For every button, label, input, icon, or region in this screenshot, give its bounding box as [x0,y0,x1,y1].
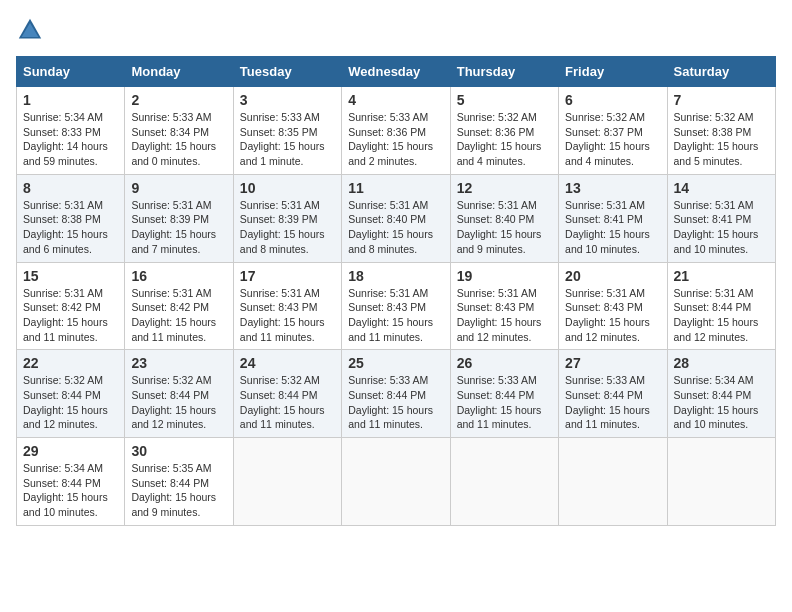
table-row: 7 Sunrise: 5:32 AM Sunset: 8:38 PM Dayli… [667,87,775,175]
table-row: 9 Sunrise: 5:31 AM Sunset: 8:39 PM Dayli… [125,174,233,262]
table-row: 17 Sunrise: 5:31 AM Sunset: 8:43 PM Dayl… [233,262,341,350]
day-info: Sunrise: 5:33 AM Sunset: 8:36 PM Dayligh… [348,110,443,169]
table-row: 3 Sunrise: 5:33 AM Sunset: 8:35 PM Dayli… [233,87,341,175]
day-number: 12 [457,180,552,196]
table-row: 8 Sunrise: 5:31 AM Sunset: 8:38 PM Dayli… [17,174,125,262]
calendar-week-row: 1 Sunrise: 5:34 AM Sunset: 8:33 PM Dayli… [17,87,776,175]
day-number: 8 [23,180,118,196]
header-thursday: Thursday [450,57,558,87]
day-info: Sunrise: 5:31 AM Sunset: 8:44 PM Dayligh… [674,286,769,345]
table-row: 4 Sunrise: 5:33 AM Sunset: 8:36 PM Dayli… [342,87,450,175]
day-number: 16 [131,268,226,284]
table-row: 21 Sunrise: 5:31 AM Sunset: 8:44 PM Dayl… [667,262,775,350]
table-row: 1 Sunrise: 5:34 AM Sunset: 8:33 PM Dayli… [17,87,125,175]
day-info: Sunrise: 5:31 AM Sunset: 8:39 PM Dayligh… [240,198,335,257]
header-wednesday: Wednesday [342,57,450,87]
day-info: Sunrise: 5:33 AM Sunset: 8:44 PM Dayligh… [348,373,443,432]
day-info: Sunrise: 5:32 AM Sunset: 8:37 PM Dayligh… [565,110,660,169]
calendar-header-row: Sunday Monday Tuesday Wednesday Thursday… [17,57,776,87]
table-row: 23 Sunrise: 5:32 AM Sunset: 8:44 PM Dayl… [125,350,233,438]
day-info: Sunrise: 5:35 AM Sunset: 8:44 PM Dayligh… [131,461,226,520]
calendar-week-row: 15 Sunrise: 5:31 AM Sunset: 8:42 PM Dayl… [17,262,776,350]
calendar-week-row: 22 Sunrise: 5:32 AM Sunset: 8:44 PM Dayl… [17,350,776,438]
day-number: 3 [240,92,335,108]
day-info: Sunrise: 5:33 AM Sunset: 8:44 PM Dayligh… [565,373,660,432]
table-row [667,438,775,526]
table-row: 26 Sunrise: 5:33 AM Sunset: 8:44 PM Dayl… [450,350,558,438]
header-monday: Monday [125,57,233,87]
table-row: 25 Sunrise: 5:33 AM Sunset: 8:44 PM Dayl… [342,350,450,438]
table-row: 29 Sunrise: 5:34 AM Sunset: 8:44 PM Dayl… [17,438,125,526]
day-number: 30 [131,443,226,459]
day-info: Sunrise: 5:33 AM Sunset: 8:44 PM Dayligh… [457,373,552,432]
table-row: 24 Sunrise: 5:32 AM Sunset: 8:44 PM Dayl… [233,350,341,438]
day-info: Sunrise: 5:32 AM Sunset: 8:44 PM Dayligh… [240,373,335,432]
day-number: 24 [240,355,335,371]
day-number: 18 [348,268,443,284]
day-info: Sunrise: 5:31 AM Sunset: 8:42 PM Dayligh… [131,286,226,345]
table-row: 13 Sunrise: 5:31 AM Sunset: 8:41 PM Dayl… [559,174,667,262]
table-row: 22 Sunrise: 5:32 AM Sunset: 8:44 PM Dayl… [17,350,125,438]
day-info: Sunrise: 5:31 AM Sunset: 8:42 PM Dayligh… [23,286,118,345]
header-tuesday: Tuesday [233,57,341,87]
day-number: 4 [348,92,443,108]
table-row: 2 Sunrise: 5:33 AM Sunset: 8:34 PM Dayli… [125,87,233,175]
calendar-table: Sunday Monday Tuesday Wednesday Thursday… [16,56,776,526]
table-row: 16 Sunrise: 5:31 AM Sunset: 8:42 PM Dayl… [125,262,233,350]
day-number: 17 [240,268,335,284]
day-number: 19 [457,268,552,284]
day-info: Sunrise: 5:31 AM Sunset: 8:43 PM Dayligh… [348,286,443,345]
day-number: 25 [348,355,443,371]
day-info: Sunrise: 5:31 AM Sunset: 8:40 PM Dayligh… [348,198,443,257]
header [16,16,776,44]
day-info: Sunrise: 5:32 AM Sunset: 8:38 PM Dayligh… [674,110,769,169]
calendar-week-row: 8 Sunrise: 5:31 AM Sunset: 8:38 PM Dayli… [17,174,776,262]
day-number: 6 [565,92,660,108]
day-number: 28 [674,355,769,371]
day-info: Sunrise: 5:31 AM Sunset: 8:43 PM Dayligh… [240,286,335,345]
table-row [450,438,558,526]
day-info: Sunrise: 5:31 AM Sunset: 8:41 PM Dayligh… [674,198,769,257]
day-info: Sunrise: 5:31 AM Sunset: 8:39 PM Dayligh… [131,198,226,257]
day-info: Sunrise: 5:32 AM Sunset: 8:36 PM Dayligh… [457,110,552,169]
table-row: 28 Sunrise: 5:34 AM Sunset: 8:44 PM Dayl… [667,350,775,438]
day-info: Sunrise: 5:34 AM Sunset: 8:44 PM Dayligh… [23,461,118,520]
day-info: Sunrise: 5:33 AM Sunset: 8:35 PM Dayligh… [240,110,335,169]
day-number: 21 [674,268,769,284]
logo-icon [16,16,44,44]
table-row: 20 Sunrise: 5:31 AM Sunset: 8:43 PM Dayl… [559,262,667,350]
table-row: 18 Sunrise: 5:31 AM Sunset: 8:43 PM Dayl… [342,262,450,350]
table-row: 10 Sunrise: 5:31 AM Sunset: 8:39 PM Dayl… [233,174,341,262]
table-row: 14 Sunrise: 5:31 AM Sunset: 8:41 PM Dayl… [667,174,775,262]
day-number: 15 [23,268,118,284]
day-info: Sunrise: 5:33 AM Sunset: 8:34 PM Dayligh… [131,110,226,169]
table-row: 12 Sunrise: 5:31 AM Sunset: 8:40 PM Dayl… [450,174,558,262]
header-sunday: Sunday [17,57,125,87]
day-number: 22 [23,355,118,371]
day-number: 7 [674,92,769,108]
table-row: 5 Sunrise: 5:32 AM Sunset: 8:36 PM Dayli… [450,87,558,175]
day-number: 2 [131,92,226,108]
header-friday: Friday [559,57,667,87]
day-info: Sunrise: 5:31 AM Sunset: 8:41 PM Dayligh… [565,198,660,257]
table-row: 15 Sunrise: 5:31 AM Sunset: 8:42 PM Dayl… [17,262,125,350]
day-info: Sunrise: 5:31 AM Sunset: 8:40 PM Dayligh… [457,198,552,257]
table-row: 6 Sunrise: 5:32 AM Sunset: 8:37 PM Dayli… [559,87,667,175]
day-info: Sunrise: 5:31 AM Sunset: 8:43 PM Dayligh… [565,286,660,345]
day-info: Sunrise: 5:34 AM Sunset: 8:33 PM Dayligh… [23,110,118,169]
day-info: Sunrise: 5:32 AM Sunset: 8:44 PM Dayligh… [131,373,226,432]
table-row: 30 Sunrise: 5:35 AM Sunset: 8:44 PM Dayl… [125,438,233,526]
table-row: 11 Sunrise: 5:31 AM Sunset: 8:40 PM Dayl… [342,174,450,262]
day-number: 26 [457,355,552,371]
day-info: Sunrise: 5:34 AM Sunset: 8:44 PM Dayligh… [674,373,769,432]
day-number: 27 [565,355,660,371]
table-row [342,438,450,526]
day-number: 10 [240,180,335,196]
header-saturday: Saturday [667,57,775,87]
day-number: 5 [457,92,552,108]
day-number: 11 [348,180,443,196]
table-row [559,438,667,526]
logo [16,16,46,44]
day-number: 1 [23,92,118,108]
day-number: 20 [565,268,660,284]
